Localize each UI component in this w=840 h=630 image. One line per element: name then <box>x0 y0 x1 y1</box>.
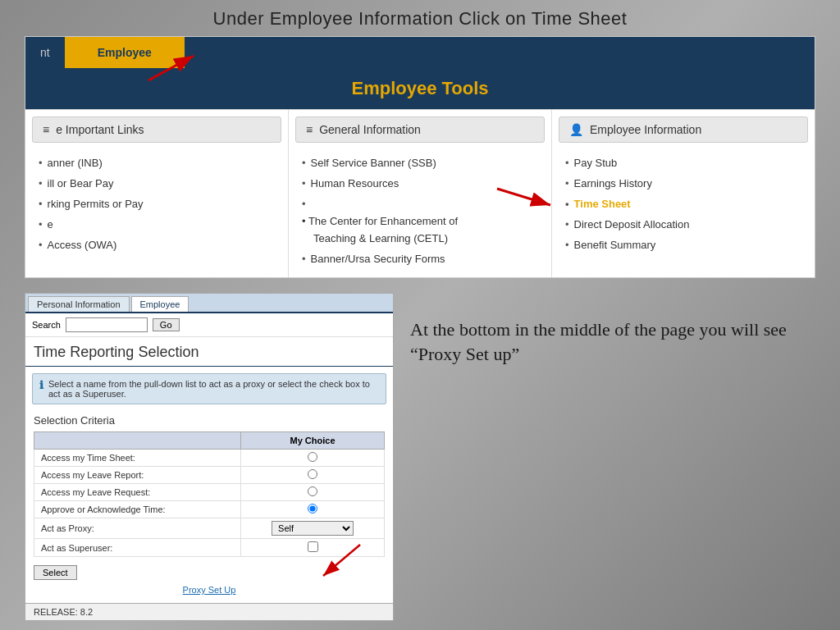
list-item[interactable]: ill or Bear Pay <box>39 173 275 194</box>
list-item-time-sheet[interactable]: Time Sheet <box>565 194 801 214</box>
row-input-access-leave-report[interactable] <box>241 467 385 484</box>
screenshot-panel: Personal Information Employee Search Go … <box>25 293 394 621</box>
go-button[interactable]: Go <box>153 318 180 331</box>
row-label-approve-time: Approve or Acknowledge Time: <box>34 501 241 518</box>
list-icon-1: ≡ <box>43 123 49 136</box>
info-icon: ℹ <box>39 379 43 391</box>
column-header-label-1: e Important Links <box>56 123 144 136</box>
row-label-access-time-sheet: Access my Time Sheet: <box>34 450 241 467</box>
release-text: RELEASE: 8.2 <box>25 603 393 620</box>
proxy-setup-container: Proxy Set Up <box>25 585 393 603</box>
row-input-approve-time[interactable] <box>241 501 385 518</box>
list-icon-2: ≡ <box>306 123 313 136</box>
svg-line-1 <box>148 56 194 80</box>
svg-line-3 <box>497 189 550 205</box>
column-header-important-links: ≡ e Important Links <box>32 116 281 143</box>
nav-tab-other <box>185 37 815 68</box>
list-item[interactable]: anner (INB) <box>39 153 275 173</box>
column-items-1: anner (INB) ill or Bear Pay rking Permit… <box>25 149 288 263</box>
list-item-benefit-summary[interactable]: Benefit Summary <box>565 235 801 255</box>
arrow-to-proxy <box>303 536 368 588</box>
list-item-pay-stub[interactable]: Pay Stub <box>565 153 801 173</box>
list-item-earnings-history[interactable]: Earnings History <box>565 173 801 194</box>
table-header-my-choice: My Choice <box>241 432 385 450</box>
column-header-label-3: Employee Information <box>590 123 701 136</box>
column-important-links: ≡ e Important Links anner (INB) ill or B… <box>25 110 289 277</box>
column-employee-information: 👤 Employee Information Pay Stub Earnings… <box>552 110 815 277</box>
screenshot-search-bar: Search Go <box>25 313 393 337</box>
list-item[interactable]: rking Permits or Pay <box>39 194 275 214</box>
svg-line-5 <box>323 545 360 576</box>
table-row: Act as Proxy: Self <box>34 518 385 539</box>
row-label-access-leave-request: Access my Leave Request: <box>34 484 241 501</box>
row-input-access-time-sheet[interactable] <box>241 450 385 467</box>
bottom-section: Personal Information Employee Search Go … <box>0 293 840 621</box>
arrow-to-timesheet <box>489 180 563 221</box>
column-header-employee-info: 👤 Employee Information <box>559 116 808 143</box>
row-input-act-as-proxy[interactable]: Self <box>241 518 385 539</box>
column-items-3: Pay Stub Earnings History Time Sheet Dir… <box>552 149 815 263</box>
column-header-general-info: ≡ General Information <box>295 116 545 143</box>
selection-criteria-label: Selection Criteria <box>25 411 393 428</box>
radio-access-time-sheet[interactable] <box>308 452 317 462</box>
tab-employee[interactable]: Employee <box>131 296 189 312</box>
info-text: Select a name from the pull-down list to… <box>48 379 379 399</box>
main-panel: nt Employee Employee Tools ≡ e Important… <box>25 36 815 278</box>
arrow-timesheet-svg <box>489 180 563 217</box>
row-label-act-as-superuser: Act as Superuser: <box>34 539 241 557</box>
table-header-empty <box>34 432 241 450</box>
row-label-act-as-proxy: Act as Proxy: <box>34 518 241 539</box>
table-row: Access my Time Sheet: <box>34 450 385 467</box>
row-label-access-leave-report: Access my Leave Report: <box>34 467 241 484</box>
tab-personal-information[interactable]: Personal Information <box>28 296 130 312</box>
table-row: Access my Leave Request: <box>34 484 385 501</box>
select-button[interactable]: Select <box>34 565 77 580</box>
side-text: At the bottom in the middle of the page … <box>410 293 815 366</box>
arrow-to-employee <box>132 43 214 88</box>
info-box: ℹ Select a name from the pull-down list … <box>32 373 386 404</box>
nav-tab-account[interactable]: nt <box>25 37 65 68</box>
radio-approve-time[interactable] <box>308 504 317 514</box>
person-icon: 👤 <box>569 123 583 136</box>
instruction-text: Under Employee Information Click on Time… <box>0 0 840 36</box>
list-item[interactable]: Self Service Banner (SSB) <box>302 153 538 173</box>
list-item[interactable]: Access (OWA) <box>39 235 275 255</box>
search-label: Search <box>32 320 61 330</box>
list-item[interactable]: e <box>39 214 275 235</box>
screenshot-title: Time Reporting Selection <box>25 337 393 367</box>
table-row: Access my Leave Report: <box>34 467 385 484</box>
columns-bar: ≡ e Important Links anner (INB) ill or B… <box>25 109 815 277</box>
proxy-dropdown[interactable]: Self <box>272 521 354 536</box>
arrow-proxy-svg <box>303 536 368 586</box>
row-input-access-leave-request[interactable] <box>241 484 385 501</box>
screenshot-tabs: Personal Information Employee <box>25 294 393 313</box>
search-input[interactable] <box>66 317 148 332</box>
radio-access-leave-report[interactable] <box>308 469 317 479</box>
list-item[interactable]: Banner/Ursa Security Forms <box>302 249 538 269</box>
radio-access-leave-request[interactable] <box>308 486 317 496</box>
column-header-label-2: General Information <box>319 123 421 136</box>
list-item-direct-deposit[interactable]: Direct Deposit Allocation <box>565 214 801 235</box>
table-row: Approve or Acknowledge Time: <box>34 501 385 518</box>
arrow-employee-svg <box>132 43 214 84</box>
